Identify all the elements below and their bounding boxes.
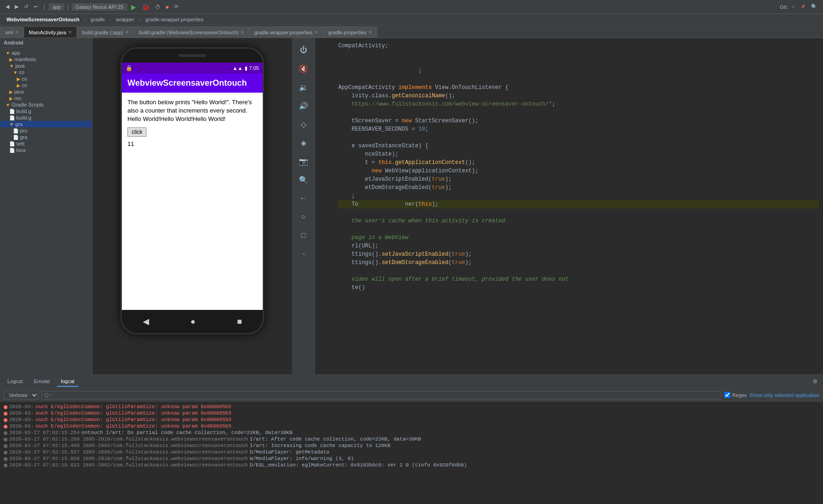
toolbar-undo-btn[interactable]: ↩ xyxy=(32,3,40,11)
tree-item-sett[interactable]: 📄 sett xyxy=(0,140,92,147)
tree-item-gradle-scripts[interactable]: ▼ Gradle Scripts xyxy=(0,101,92,108)
breadcrumb-sep-3: › xyxy=(139,16,141,23)
phone-counter: 11 xyxy=(127,140,257,147)
top-toolbar: ◀ ▶ ↺ ↩ | app | Galaxy Nexus API 25 ▶ 🐞 … xyxy=(0,0,823,14)
file-tab-xml[interactable]: xml ✕ xyxy=(0,26,24,38)
file-tab-buildgradle-project-label: build.gradle (WebviewScreensaverOntouch) xyxy=(139,30,239,35)
file-tab-buildgradle-app[interactable]: build.gradle (:app) ✕ xyxy=(77,26,134,38)
tree-item-manifests[interactable]: ▶ manifests xyxy=(0,56,92,63)
tree-label-gradle-scripts: Gradle Scripts xyxy=(12,102,44,107)
breadcrumb-item-3[interactable]: gradle-wrapper.properties xyxy=(143,16,206,23)
rotate-icon-btn[interactable]: ◇ xyxy=(295,116,312,132)
tree-item-loca[interactable]: 📄 loca xyxy=(0,147,92,153)
vol-high-icon-btn[interactable]: 🔊 xyxy=(295,97,312,114)
project-tree[interactable]: ▼ app ▶ manifests ▼ java ▼ co ▶ co xyxy=(0,48,92,374)
file-icon-gra2: 📄 xyxy=(13,135,19,140)
file-tab-buildgradle-project[interactable]: build.gradle (WebviewScreensaverOntouch)… xyxy=(134,26,249,38)
file-tab-gradle-props-close[interactable]: ✕ xyxy=(368,30,372,35)
file-tabs-bar: xml ✕ MainActivity.java ✕ build.gradle (… xyxy=(0,25,823,38)
phone-title-text: WebviewScreensaverOntouch xyxy=(127,78,257,88)
git-x-btn[interactable]: ✗ xyxy=(799,3,807,11)
rotate2-icon-btn[interactable]: ◈ xyxy=(295,134,312,151)
bottom-tab-logcat-label: Logcat xyxy=(7,378,23,384)
git-check-btn[interactable]: ✓ xyxy=(790,3,798,11)
run-btn[interactable]: ▶ xyxy=(129,2,138,12)
code-line-11: REENSAVER_SECONDS = 10; xyxy=(338,125,819,133)
tree-item-build2[interactable]: 📄 build.g xyxy=(0,114,92,121)
power-icon-btn[interactable]: ⏻ xyxy=(295,42,312,58)
file-tab-gradle-wrapper-close[interactable]: ✕ xyxy=(314,30,318,35)
verbose-select[interactable]: Verbose xyxy=(4,391,38,400)
log-indicator-4 xyxy=(4,425,7,428)
file-tab-mainactivity[interactable]: MainActivity.java ✕ xyxy=(24,26,77,38)
tree-item-app[interactable]: ▼ app xyxy=(0,50,92,56)
file-tab-xml-close[interactable]: ✕ xyxy=(15,30,19,35)
git-label: Git: xyxy=(780,4,788,10)
show-only-btn[interactable]: Show only selected application xyxy=(750,392,819,398)
regex-checkbox[interactable] xyxy=(724,392,730,398)
tree-item-co2[interactable]: ▶ co xyxy=(0,76,92,82)
zoom-icon-btn[interactable]: 🔍 xyxy=(295,171,312,188)
tree-item-build1[interactable]: 📄 build.g xyxy=(0,108,92,114)
vol-low-icon-btn[interactable]: 🔉 xyxy=(295,79,312,95)
search-everywhere-btn[interactable]: 🔍 xyxy=(809,3,819,11)
code-editor[interactable]: CompatActivity; ; AppCompatActivity impl… xyxy=(315,38,823,374)
bottom-tab-logcat-main[interactable]: Logcat xyxy=(4,377,26,387)
profile-btn[interactable]: ⏱ xyxy=(153,3,162,11)
back2-icon-btn[interactable]: ← xyxy=(295,190,312,207)
code-line-19: ; xyxy=(338,192,819,200)
log-text-2: ouch E/eglCodecCommon: glUtilsParamSize:… xyxy=(36,410,819,416)
file-icon-build1: 📄 xyxy=(9,109,15,114)
toolbar-forward-btn[interactable]: ▶ xyxy=(13,3,20,11)
breadcrumb-item-1[interactable]: gradle xyxy=(88,16,108,23)
code-editor-area[interactable]: CompatActivity; ; AppCompatActivity impl… xyxy=(315,38,823,374)
sync-btn[interactable]: ⟳ xyxy=(172,3,180,11)
recent2-icon-btn[interactable]: □ xyxy=(295,227,312,244)
phone-home-btn[interactable]: ● xyxy=(190,317,196,327)
log-ts-10: 2020-03-27 07:02:19.822 2805-2902/com.fu… xyxy=(9,462,248,468)
tree-item-gra[interactable]: ▼ gra xyxy=(0,121,92,127)
bottom-panel-settings-btn[interactable]: ⚙ xyxy=(811,378,819,385)
phone-nav-bar: ◀ ● ■ xyxy=(122,310,263,333)
file-tab-gradle-props[interactable]: gradle.properties ✕ xyxy=(323,26,377,38)
file-tab-buildgradle-project-close[interactable]: ✕ xyxy=(241,30,244,35)
more-icon-btn[interactable]: ··· xyxy=(295,246,312,262)
log-line-5: 2020-03-27 07:02:15.254 ontouch I/art: D… xyxy=(4,429,819,436)
file-tab-mainactivity-close[interactable]: ✕ xyxy=(68,30,72,35)
bottom-tab-logcat-active[interactable]: logcat xyxy=(57,377,78,387)
bottom-tab-emulator[interactable]: Emulat xyxy=(30,377,53,387)
tree-item-pro[interactable]: 📄 pro xyxy=(0,127,92,134)
folder-closed-icon: ▶ xyxy=(9,57,13,62)
tree-item-java2[interactable]: ▶ java xyxy=(0,88,92,95)
phone-content[interactable]: The button below prints "Hello World!". … xyxy=(122,93,263,310)
tree-item-res[interactable]: ▶ res xyxy=(0,95,92,101)
tree-item-co3[interactable]: ▶ co xyxy=(0,82,92,88)
breadcrumb-item-0[interactable]: WebviewScreensaverOntouch xyxy=(4,16,82,23)
device-selector[interactable]: Galaxy Nexus API 25 xyxy=(72,3,127,11)
tree-item-co1[interactable]: ▼ co xyxy=(0,69,92,76)
tree-label-gra: gra xyxy=(15,121,23,127)
stop-btn[interactable]: ■ xyxy=(164,3,171,11)
toolbar-refresh-btn[interactable]: ↺ xyxy=(22,3,30,11)
log-line-2: 2020-03- ouch E/eglCodecCommon: glUtilsP… xyxy=(4,410,819,416)
mute-icon-btn[interactable]: 🔇 xyxy=(295,60,312,77)
phone-back-btn[interactable]: ◀ xyxy=(143,316,149,327)
tree-item-gra2[interactable]: 📄 gra xyxy=(0,134,92,140)
camera-icon-btn[interactable]: 📷 xyxy=(295,153,312,170)
regex-label-text: Regex xyxy=(732,392,747,398)
log-ts-2: 2020-03- xyxy=(9,410,34,416)
signal-icon: ▲▲ xyxy=(233,65,243,71)
breadcrumb-item-2[interactable]: wrapper xyxy=(113,16,137,23)
phone-click-button[interactable]: click xyxy=(127,127,146,137)
log-search-input[interactable] xyxy=(41,391,722,399)
toolbar-back-btn[interactable]: ◀ xyxy=(4,3,11,11)
project-breadcrumb: WebviewScreensaverOntouch › gradle › wra… xyxy=(0,14,823,25)
file-tab-gradle-wrapper-props[interactable]: gradle-wrapper.properties ✕ xyxy=(249,26,323,38)
debug-btn[interactable]: 🐞 xyxy=(140,2,152,12)
home2-icon-btn[interactable]: ○ xyxy=(295,208,312,225)
log-line-4: 2020-03- ouch E/eglCodecCommon: glUtilsP… xyxy=(4,423,819,429)
tree-item-java[interactable]: ▼ java xyxy=(0,63,92,69)
phone-recent-btn[interactable]: ■ xyxy=(237,317,242,327)
code-line-7: ivity.class.getCanonicalName(); xyxy=(338,92,819,100)
file-tab-buildgradle-app-close[interactable]: ✕ xyxy=(125,30,129,35)
